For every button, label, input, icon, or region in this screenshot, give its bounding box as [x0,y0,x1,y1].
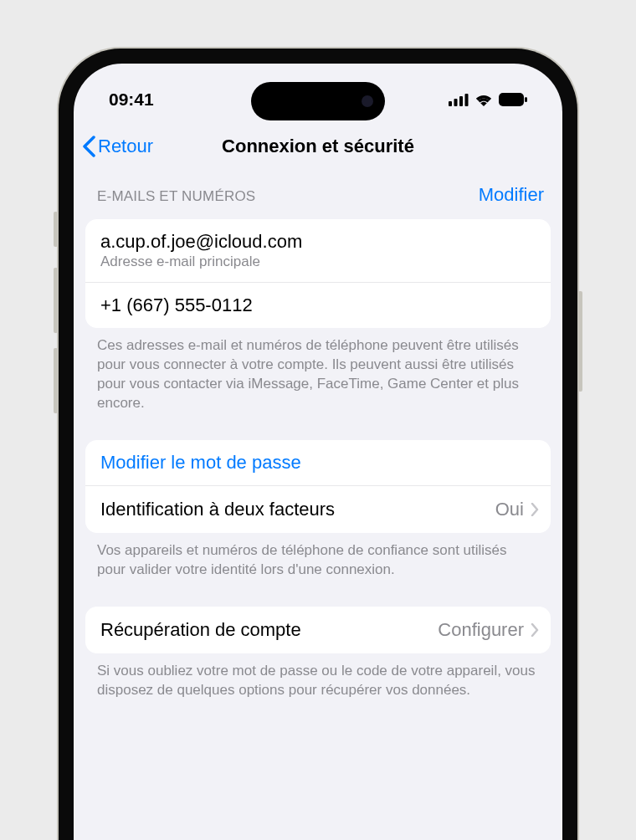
chevron-left-icon [82,136,96,157]
two-factor-footer: Vos appareils et numéros de téléphone de… [74,533,562,580]
password-card: Modifier le mot de passe Identification … [85,440,551,533]
page-title: Connexion et sécurité [222,136,414,157]
emails-section-header: E-MAILS ET NUMÉROS [97,188,255,205]
status-time: 09:41 [109,90,154,110]
recovery-footer: Si vous oubliez votre mot de passe ou le… [74,653,562,700]
two-factor-label: Identification à deux facteurs [100,499,335,520]
back-label: Retour [98,136,153,157]
change-password-label: Modifier le mot de passe [100,452,536,474]
svg-rect-0 [449,101,452,106]
two-factor-value: Oui [495,499,524,520]
phone-row[interactable]: +1 (667) 555-0112 [85,283,551,328]
svg-rect-1 [454,99,458,106]
primary-email-row[interactable]: a.cup.of.joe@icloud.com Adresse e-mail p… [85,219,551,283]
svg-rect-2 [459,96,463,106]
svg-rect-5 [525,97,527,102]
account-recovery-label: Récupération de compte [100,619,301,641]
account-recovery-row[interactable]: Récupération de compte Configurer [85,607,551,653]
back-button[interactable]: Retour [82,136,153,157]
nav-bar: Retour Connexion et sécurité [74,127,562,169]
cellular-icon [449,94,469,106]
camera-icon [362,95,373,107]
screen: 09:41 [74,64,562,840]
account-recovery-value: Configurer [438,619,524,641]
dynamic-island [251,82,385,120]
recovery-card: Récupération de compte Configurer [85,607,551,653]
svg-rect-3 [465,94,469,106]
chevron-right-icon [531,503,539,516]
edit-button[interactable]: Modifier [479,184,544,206]
emails-footer: Ces adresses e-mail et numéros de téléph… [74,328,562,413]
emails-card: a.cup.of.joe@icloud.com Adresse e-mail p… [85,219,551,328]
phone-frame: 09:41 [59,49,577,840]
primary-email-value: a.cup.of.joe@icloud.com [100,231,536,253]
svg-rect-4 [499,93,524,106]
chevron-right-icon [531,623,539,637]
phone-value: +1 (667) 555-0112 [100,295,536,316]
two-factor-row[interactable]: Identification à deux facteurs Oui [85,486,551,533]
battery-icon [499,93,527,106]
wifi-icon [474,93,493,106]
change-password-row[interactable]: Modifier le mot de passe [85,440,551,486]
primary-email-label: Adresse e-mail principale [100,254,536,270]
